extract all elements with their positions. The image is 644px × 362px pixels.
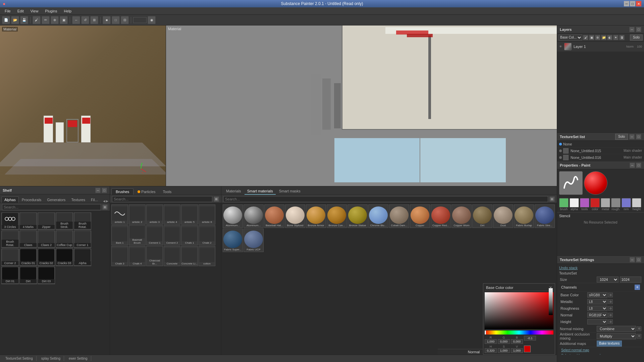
brush-chalk-3[interactable]: Chalk 3 bbox=[111, 246, 128, 266]
ao-mixing-settings[interactable]: ⚙ bbox=[637, 334, 641, 339]
cp-input-H[interactable] bbox=[485, 348, 497, 353]
alpha-cracks03[interactable]: Cracks 03 bbox=[56, 249, 73, 266]
mat-bronze-con[interactable]: Bronze Con... bbox=[327, 204, 347, 228]
ts-item-016[interactable]: None_Untitled.016 Main shader bbox=[557, 154, 644, 161]
mat-cobalt[interactable]: Cobalt Dam... bbox=[389, 204, 409, 228]
menu-file[interactable]: File bbox=[1, 8, 14, 14]
shelf-prev-icon[interactable]: ◀ bbox=[103, 199, 105, 203]
mat-bone[interactable]: Bone Stylized bbox=[285, 204, 305, 228]
swatch-tools[interactable] bbox=[580, 198, 589, 207]
brush-concrete-li[interactable]: Concrete Li... bbox=[181, 246, 198, 266]
normal-mixing-settings[interactable]: ⚙ bbox=[637, 326, 641, 331]
alpha-corner2[interactable]: Corner 2 bbox=[1, 249, 19, 266]
mat-copper[interactable]: Copper bbox=[410, 204, 430, 228]
cp-input-S[interactable] bbox=[498, 348, 510, 353]
brush-artistic-2[interactable]: artistic 2 bbox=[129, 204, 146, 225]
brush-artistic-4[interactable]: artistic 4 bbox=[164, 204, 180, 225]
swatch-alpha[interactable] bbox=[570, 198, 579, 207]
channel-format-base-color[interactable]: sRGB8 bbox=[587, 292, 607, 298]
brush-cement-2[interactable]: Cement 2 bbox=[164, 225, 180, 245]
channel-format-height[interactable]: L8 bbox=[587, 319, 607, 324]
rotate-tool[interactable]: ↺ bbox=[81, 16, 89, 24]
brush-grid-view[interactable]: ⊞ bbox=[214, 196, 219, 202]
scale-tool[interactable]: ⊞ bbox=[90, 16, 98, 24]
brush-search-input[interactable] bbox=[112, 196, 212, 202]
layer-mask[interactable]: ◐ bbox=[607, 35, 612, 40]
brush-tool[interactable]: 🖌 bbox=[33, 16, 41, 24]
alpha-3circles[interactable]: 3 Circles bbox=[1, 213, 19, 230]
footer-tab-textureset[interactable]: TextureSet Setting bbox=[2, 356, 37, 361]
alpha-dirt01[interactable]: Dirt 01 bbox=[1, 267, 19, 284]
mat-baseball[interactable]: Baseball Hat... bbox=[264, 204, 284, 228]
swatch-rough[interactable] bbox=[611, 198, 621, 207]
size-select[interactable]: 1024 512 2048 bbox=[597, 277, 619, 283]
cp-input-B[interactable] bbox=[511, 339, 523, 344]
channel-settings-roughness[interactable]: ⚙ bbox=[608, 306, 613, 311]
channel-format-metallic[interactable]: L8 bbox=[587, 299, 607, 304]
brush-concrete[interactable]: Concrete bbox=[164, 246, 180, 266]
shelf-tab-fil[interactable]: Fil... bbox=[88, 197, 101, 203]
ts-settings-expand[interactable]: □ bbox=[636, 257, 641, 262]
channel-settings-base-color[interactable]: ⚙ bbox=[608, 293, 613, 297]
shelf-tab-generators[interactable]: Generators bbox=[44, 197, 68, 203]
brush-chalk-2[interactable]: Chalk 2 bbox=[199, 225, 215, 245]
cp-brightness-overlay[interactable] bbox=[485, 292, 553, 329]
solo-button[interactable]: Solo bbox=[630, 35, 643, 41]
normal-mixing-select[interactable]: Combine Replace bbox=[597, 326, 636, 332]
shelf-expand[interactable]: □ bbox=[102, 188, 107, 193]
brush-chalk-1[interactable]: Chalk 1 bbox=[181, 225, 198, 245]
mat-aluminum-1[interactable]: Aluminum... bbox=[223, 204, 243, 228]
menu-help[interactable]: Help bbox=[60, 8, 75, 14]
cp-input-G[interactable] bbox=[498, 339, 510, 344]
select-normal-map-link[interactable]: Select normal map bbox=[559, 348, 591, 353]
brush-chalk-4[interactable]: Chalk 4 bbox=[129, 246, 146, 266]
size-preset[interactable]: ◉ bbox=[148, 16, 156, 24]
channel-settings-metallic[interactable]: ⚙ bbox=[608, 299, 613, 304]
open-btn[interactable]: 📂 bbox=[11, 16, 19, 24]
menu-plugins[interactable]: Plugins bbox=[42, 8, 60, 14]
maximize-button[interactable]: □ bbox=[630, 1, 635, 6]
shelf-close[interactable]: ─ bbox=[95, 188, 101, 193]
shelf-tab-textures[interactable]: Textures bbox=[68, 197, 88, 203]
mat-bronze-statue[interactable]: Bronze Statue bbox=[347, 204, 368, 228]
footer-tab-splay[interactable]: splay Setting bbox=[38, 356, 64, 361]
brush-basmati[interactable]: Basmati Brush bbox=[129, 225, 146, 245]
brush-bark-1[interactable]: Bark 1 bbox=[111, 225, 128, 245]
layer-add-fill[interactable]: ▣ bbox=[589, 35, 594, 40]
cp-input-R[interactable] bbox=[485, 339, 497, 344]
alpha-brush-rotat-1[interactable]: Brush Rotat. bbox=[74, 213, 91, 230]
view-2d[interactable]: □ bbox=[112, 16, 120, 24]
mat-chrome-blu[interactable]: Chrome Blu... bbox=[368, 204, 388, 228]
brush-tab-tools[interactable]: Tools bbox=[160, 189, 175, 195]
layers-expand[interactable]: □ bbox=[636, 27, 641, 32]
swatch-color[interactable] bbox=[590, 198, 600, 207]
minimize-button[interactable]: ─ bbox=[624, 1, 629, 6]
mat-dust[interactable]: Dust bbox=[493, 204, 513, 228]
move-tool[interactable]: ↔ bbox=[72, 16, 80, 24]
mat-bronze-armor[interactable]: Bronze Armor bbox=[306, 204, 326, 228]
mat-tab-smart[interactable]: Smart materials bbox=[245, 188, 276, 195]
add-channel-button[interactable]: + bbox=[635, 285, 640, 290]
layer-item-1[interactable]: 👁 Layer 1 Norm 100 bbox=[557, 42, 644, 52]
mat-fabric-burlap[interactable]: Fabric Burlap bbox=[514, 204, 534, 228]
channel-format-normal[interactable]: RGB16F bbox=[587, 312, 607, 318]
ts-item-015[interactable]: None_Untitled.015 Main shader bbox=[557, 147, 644, 154]
layer-delete[interactable]: 🗑 bbox=[619, 35, 625, 40]
layer-add-paint[interactable]: 🖌 bbox=[583, 35, 588, 40]
properties-expand[interactable]: □ bbox=[636, 163, 641, 168]
alpha-brush-rotat-2[interactable]: Brush Rotat. bbox=[1, 231, 19, 248]
alpha-dirt03[interactable]: Dirt 03 bbox=[38, 267, 55, 284]
fill-tool[interactable]: ▣ bbox=[60, 16, 68, 24]
properties-close[interactable]: ─ bbox=[630, 163, 635, 168]
mat-tab-smartmasks[interactable]: Smart masks bbox=[276, 188, 303, 195]
footer-tab-ewer[interactable]: ewer Setting bbox=[65, 356, 91, 361]
swatch-metal[interactable] bbox=[601, 198, 610, 207]
close-button[interactable]: ✕ bbox=[636, 1, 641, 6]
alpha-brush-strok[interactable]: Brush Strok. bbox=[56, 213, 73, 230]
channel-format-roughness[interactable]: L8 bbox=[587, 306, 607, 311]
cp-value-slider[interactable] bbox=[549, 288, 553, 315]
layer-channel-select[interactable]: Base Col... bbox=[558, 35, 582, 41]
shelf-tab-procedurals[interactable]: Procedurals bbox=[19, 197, 44, 203]
clone-tool[interactable]: ⊕ bbox=[51, 16, 59, 24]
alpha-4marks[interactable]: 4 Marks bbox=[19, 213, 37, 230]
